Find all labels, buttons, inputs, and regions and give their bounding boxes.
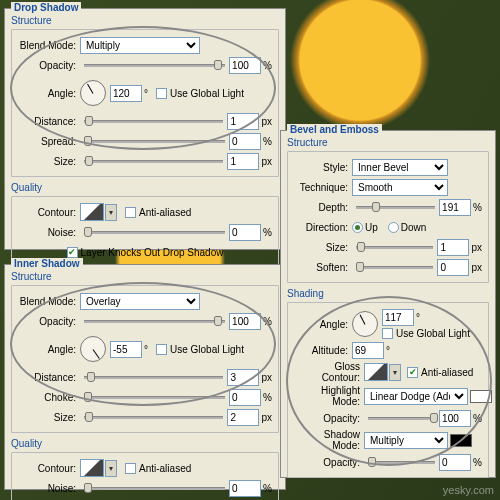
size-input[interactable] [227,153,259,170]
angle-label: Angle: [18,88,80,99]
size-input[interactable] [437,239,469,256]
drop-shadow-panel: Drop Shadow Structure Blend Mode: Multip… [4,8,286,250]
gloss-contour-picker[interactable] [364,363,388,381]
unit-px: px [261,116,272,127]
spread-label: Spread: [18,136,80,147]
technique-select[interactable]: Smooth [352,179,448,196]
noise-slider[interactable] [84,481,225,495]
noise-input[interactable] [229,480,261,497]
opacity-label: Opacity: [18,60,80,71]
noise-slider[interactable] [84,225,225,239]
blend-mode-select[interactable]: Multiply [80,37,200,54]
choke-slider[interactable] [84,390,225,404]
shadow-mode-select[interactable]: Multiply [364,432,448,449]
anti-aliased-checkbox[interactable] [407,367,418,378]
angle-input[interactable] [110,341,142,358]
bevel-emboss-panel: Bevel and Emboss Structure Style: Inner … [280,130,496,478]
spread-slider[interactable] [84,134,225,148]
contour-picker[interactable] [80,459,104,477]
size-slider[interactable] [356,240,433,254]
style-select[interactable]: Inner Bevel [352,159,448,176]
angle-input[interactable] [382,309,414,326]
hl-opacity-input[interactable] [439,410,471,427]
anti-aliased-label: Anti-aliased [139,207,191,218]
watermark: yesky.com [443,484,494,496]
structure-group: Blend Mode: Multiply Opacity: % Angle: °… [11,29,279,177]
size-slider[interactable] [84,154,223,168]
direction-up-radio[interactable] [352,222,363,233]
chevron-down-icon[interactable]: ▾ [105,204,117,221]
opacity-slider[interactable] [84,58,225,72]
opacity-slider[interactable] [84,314,225,328]
chevron-down-icon[interactable]: ▾ [105,460,117,477]
sh-opacity-slider[interactable] [368,455,435,469]
inner-shadow-panel: Inner Shadow Structure Blend Mode: Overl… [4,264,286,490]
angle-dial[interactable] [80,336,106,362]
direction-down-radio[interactable] [388,222,399,233]
structure-label: Structure [11,15,279,26]
use-global-label: Use Global Light [170,88,244,99]
opacity-input[interactable] [229,313,261,330]
distance-label: Distance: [18,116,80,127]
choke-input[interactable] [229,389,261,406]
anti-aliased-checkbox[interactable] [125,463,136,474]
angle-dial[interactable] [352,311,378,337]
contour-picker[interactable] [80,203,104,221]
chevron-down-icon[interactable]: ▾ [389,364,401,381]
depth-input[interactable] [439,199,471,216]
hl-opacity-slider[interactable] [368,411,435,425]
knockout-checkbox[interactable] [67,247,78,258]
distance-slider[interactable] [84,114,223,128]
knockout-label: Layer Knocks Out Drop Shadow [81,247,224,258]
use-global-checkbox[interactable] [382,328,393,339]
anti-aliased-checkbox[interactable] [125,207,136,218]
shadow-color-swatch[interactable] [450,434,472,447]
noise-label: Noise: [18,227,80,238]
size-slider[interactable] [84,410,223,424]
distance-input[interactable] [227,369,259,386]
soften-input[interactable] [437,259,469,276]
distance-slider[interactable] [84,370,223,384]
angle-dial[interactable] [80,80,106,106]
size-label: Size: [18,156,80,167]
sh-opacity-input[interactable] [439,454,471,471]
blend-mode-label: Blend Mode: [18,40,80,51]
panel-title: Bevel and Emboss [287,124,382,135]
opacity-input[interactable] [229,57,261,74]
highlight-color-swatch[interactable] [470,390,492,403]
use-global-checkbox[interactable] [156,344,167,355]
size-input[interactable] [227,409,259,426]
panel-title: Inner Shadow [11,258,83,269]
noise-input[interactable] [229,224,261,241]
depth-slider[interactable] [356,200,435,214]
blend-mode-select[interactable]: Overlay [80,293,200,310]
quality-label: Quality [11,182,279,193]
soften-slider[interactable] [356,260,433,274]
unit-deg: ° [144,88,148,99]
unit-pct: % [263,60,272,71]
altitude-input[interactable] [352,342,384,359]
contour-label: Contour: [18,207,80,218]
use-global-checkbox[interactable] [156,88,167,99]
angle-input[interactable] [110,85,142,102]
distance-input[interactable] [227,113,259,130]
spread-input[interactable] [229,133,261,150]
panel-title: Drop Shadow [11,2,81,13]
highlight-mode-select[interactable]: Linear Dodge (Add) [364,388,468,405]
